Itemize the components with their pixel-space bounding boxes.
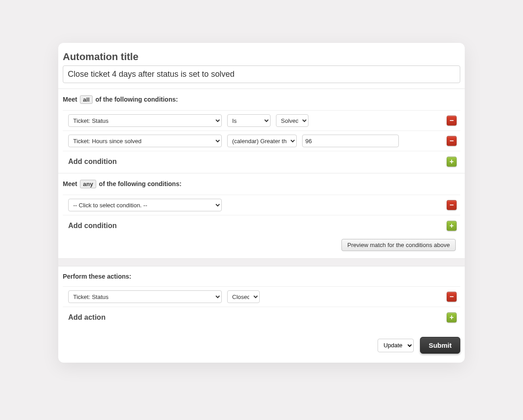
preview-match-button[interactable]: Preview match for the conditions above — [341, 239, 456, 251]
add-condition-icon[interactable]: + — [447, 221, 457, 231]
add-action-label: Add action — [68, 313, 106, 322]
footer: Update Submit — [58, 329, 465, 363]
automation-title-label: Automation title — [63, 51, 465, 63]
submit-button[interactable]: Submit — [420, 337, 460, 354]
actions-label: Perform these actions: — [63, 273, 460, 280]
condition-row: Ticket: Hours since solved (calendar) Gr… — [63, 131, 460, 151]
meet-all-word: all — [80, 95, 93, 104]
remove-condition-icon[interactable]: − — [447, 200, 457, 210]
condition-value-select[interactable]: Solved — [276, 114, 308, 127]
footer-mode-select[interactable]: Update — [378, 339, 414, 352]
conditions-any-block: Meet any of the following conditions: --… — [58, 173, 465, 258]
automation-title-input[interactable] — [63, 65, 460, 83]
preview-row: Preview match for the conditions above — [63, 237, 460, 258]
add-condition-label: Add condition — [68, 222, 117, 230]
meet-any-label: Meet any of the following conditions: — [63, 180, 460, 188]
meet-any-suffix: of the following conditions: — [99, 180, 182, 187]
add-condition-icon[interactable]: + — [447, 157, 457, 167]
add-action-icon[interactable]: + — [447, 313, 457, 322]
condition-row: Ticket: Status Is Solved − — [63, 110, 460, 131]
condition-field-select[interactable]: -- Click to select condition. -- — [68, 199, 222, 211]
meet-any-word: any — [80, 180, 96, 188]
conditions-all-block: Meet all of the following conditions: Ti… — [58, 89, 465, 173]
condition-value-input[interactable] — [302, 135, 399, 147]
condition-operator-select[interactable]: Is — [227, 114, 271, 127]
meet-all-suffix: of the following conditions: — [95, 96, 178, 103]
meet-all-label: Meet all of the following conditions: — [63, 95, 460, 104]
action-field-select[interactable]: Ticket: Status — [68, 290, 222, 303]
meet-all-prefix: Meet — [63, 96, 77, 103]
remove-condition-icon[interactable]: − — [447, 136, 457, 146]
remove-condition-icon[interactable]: − — [447, 116, 457, 126]
add-condition-label: Add condition — [68, 158, 117, 166]
remove-action-icon[interactable]: − — [447, 292, 457, 302]
condition-operator-select[interactable]: (calendar) Greater than — [227, 135, 297, 147]
section-gap — [58, 258, 465, 266]
meet-any-prefix: Meet — [63, 180, 77, 187]
add-condition-row: Add condition + — [63, 151, 460, 173]
add-action-row: Add action + — [63, 307, 460, 329]
condition-field-select[interactable]: Ticket: Hours since solved — [68, 135, 222, 147]
automation-editor-panel: Automation title Meet all of the followi… — [58, 43, 465, 363]
action-row: Ticket: Status Closed − — [63, 286, 460, 307]
add-condition-row: Add condition + — [63, 215, 460, 237]
condition-field-select[interactable]: Ticket: Status — [68, 114, 222, 127]
action-value-select[interactable]: Closed — [227, 290, 260, 303]
condition-row: -- Click to select condition. -- − — [63, 195, 460, 215]
actions-block: Perform these actions: Ticket: Status Cl… — [58, 266, 465, 329]
